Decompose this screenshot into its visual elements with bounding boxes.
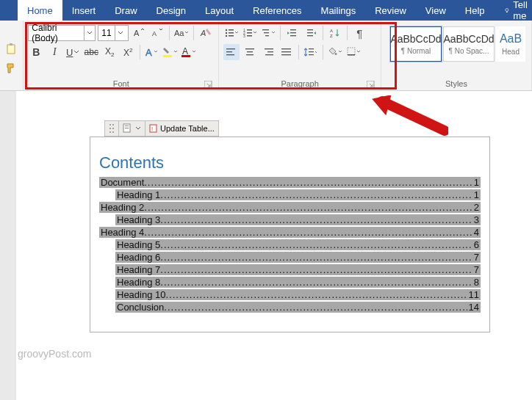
line-spacing-button[interactable] [303,44,319,60]
svg-rect-30 [307,29,313,30]
svg-rect-43 [265,54,273,55]
toc-entry[interactable]: Heading 8...............................… [115,277,481,288]
toc-entry-page: 14 [467,302,479,313]
font-color-button[interactable]: A [181,44,197,60]
bullets-button[interactable] [223,25,240,41]
tab-layout[interactable]: Layout [195,0,243,21]
toc-menu-button[interactable] [119,121,145,136]
bold-button[interactable]: B [28,44,44,60]
toc-entry-label: Conclusion [117,302,164,313]
font-size-combo[interactable]: 11 [98,25,129,41]
tab-review[interactable]: Review [365,0,416,21]
style-sample: AaBbCcDd [390,33,441,45]
svg-text:Z: Z [330,34,333,38]
toc-entry[interactable]: Heading 10..............................… [115,289,481,300]
grow-font-button[interactable]: A [131,25,147,41]
align-center-button[interactable] [242,44,258,60]
svg-rect-2 [10,43,12,46]
toc-entry[interactable]: Heading 5...............................… [115,239,481,250]
update-icon: ! [149,124,158,133]
change-case-button[interactable]: Aa [173,25,190,41]
font-name-value: Calibri (Body) [29,23,84,43]
style-name: ¶ Normal [401,47,431,55]
tab-mailings[interactable]: Mailings [312,0,366,21]
underline-button[interactable]: U [65,44,81,60]
svg-point-56 [112,128,114,129]
increase-indent-button[interactable] [303,25,319,41]
numbering-button[interactable]: 123 [242,25,258,41]
tab-tellme[interactable]: Tell me [495,0,532,21]
separator [140,45,140,59]
text-effects-button[interactable]: A [144,44,160,60]
toc-grip-icon[interactable] [105,121,119,136]
svg-rect-42 [267,51,273,52]
toc-update-button[interactable]: ! Update Table... [145,121,218,136]
svg-rect-1 [7,45,15,54]
svg-rect-48 [309,51,314,52]
show-paragraph-marks-button[interactable]: ¶ [351,25,367,41]
tab-insert[interactable]: Insert [62,0,106,21]
toc-entry[interactable]: Heading 6...............................… [115,252,481,263]
clear-formatting-button[interactable]: A [198,25,214,41]
highlight-button[interactable] [162,44,179,60]
align-right-button[interactable] [260,44,276,60]
style-name: ¶ No Spac... [449,47,489,55]
style-no-spacing[interactable]: AaBbCcDd ¶ No Spac... [443,26,495,62]
paste-button[interactable] [4,42,19,57]
svg-rect-44 [281,48,291,49]
update-table-label: Update Table... [160,124,215,133]
toc-entry[interactable]: Heading 7...............................… [115,264,481,275]
subscript-button[interactable]: X2 [101,44,118,60]
borders-button[interactable] [345,44,362,60]
separator [298,45,299,59]
toc-entry-page: 1 [472,177,479,188]
toc-list: Document................................… [99,177,481,313]
shading-button[interactable] [327,44,343,60]
sort-button[interactable]: AZ [327,25,343,41]
toc-entry-page: 1 [472,189,479,200]
svg-point-57 [109,131,111,133]
toc-entry[interactable]: Heading 3...............................… [115,214,481,225]
tab-home[interactable]: Home [18,0,62,21]
svg-point-55 [109,128,111,129]
svg-rect-49 [309,54,314,55]
toc-entry[interactable]: Heading 1...............................… [115,189,481,200]
font-dialog-launcher-icon[interactable] [204,81,212,89]
decrease-indent-button[interactable] [284,25,301,41]
ribbon: Calibri (Body) 11 A A Aa A B I U abc [0,21,532,91]
toc-leader-dots: ........................................… [144,202,472,213]
style-normal[interactable]: AaBbCcDd ¶ Normal [390,26,442,62]
svg-point-54 [112,124,114,126]
italic-button[interactable]: I [46,44,62,60]
toc-entry[interactable]: Document................................… [99,177,481,188]
toc-entry-page: 7 [472,264,479,275]
style-heading-partial[interactable]: AaB Head [496,26,525,62]
tab-help[interactable]: Help [456,0,495,21]
format-painter-button[interactable] [4,61,19,76]
font-name-combo[interactable]: Calibri (Body) [28,25,96,41]
paragraph-group-label: Paragraph [223,78,376,90]
tab-draw[interactable]: Draw [105,0,146,21]
superscript-button[interactable]: X2 [120,44,136,60]
svg-rect-61 [125,128,129,128]
toc-entry[interactable]: Heading 4...............................… [99,227,481,238]
align-left-button[interactable] [223,44,240,60]
paragraph-dialog-launcher-icon[interactable] [367,81,375,89]
toc-leader-dots: ........................................… [160,252,472,263]
font-size-dropdown-icon [115,26,126,40]
toc-entry[interactable]: Heading 2...............................… [99,202,481,213]
toc-entry[interactable]: Conclusion..............................… [115,302,481,313]
shrink-font-button[interactable]: A [149,25,165,41]
styles-group-label: Styles [386,78,527,90]
svg-rect-39 [247,51,253,52]
justify-button[interactable] [278,44,295,60]
tab-references[interactable]: References [243,0,311,21]
toc-entry-label: Heading 4 [101,227,144,238]
tab-design[interactable]: Design [147,0,195,21]
tab-view[interactable]: View [416,0,456,21]
toc-entry-label: Heading 8 [117,277,160,288]
multilevel-list-button[interactable] [260,25,276,41]
svg-rect-45 [281,51,291,52]
strikethrough-button[interactable]: abc [83,44,99,60]
toc-entry-page: 2 [472,202,479,213]
